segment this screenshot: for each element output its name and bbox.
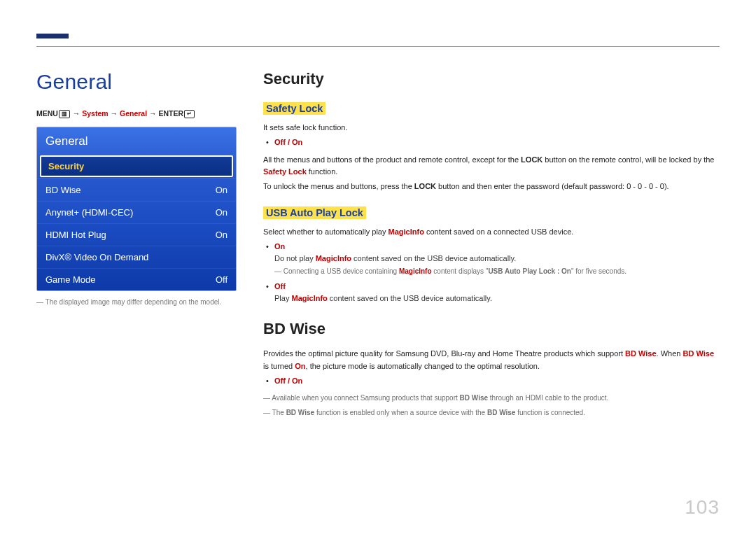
safety-lock-word: Safety Lock [263, 167, 307, 176]
text: Do not play [274, 254, 316, 262]
text: function. [307, 167, 338, 176]
breadcrumb: MENU▥ → System → General → ENTER↵ [36, 109, 237, 118]
text: content saved on a connected USB device. [424, 227, 573, 236]
text: function is connected. [515, 409, 585, 416]
breadcrumb-general: General [120, 109, 147, 118]
top-rule [36, 46, 720, 47]
osd-item-label: Anynet+ (HDMI-CEC) [46, 207, 133, 218]
option-off: Off [274, 282, 286, 290]
page-title: General [36, 70, 237, 94]
magicinfo-word: MagicInfo [388, 227, 424, 236]
magicinfo-word: MagicInfo [316, 254, 351, 262]
osd-footnote-text: The displayed image may differ depending… [46, 298, 222, 306]
osd-item-divx[interactable]: DivX® Video On Demand [37, 246, 236, 268]
osd-item-value: On [216, 207, 227, 218]
osd-item-label: HDMI Hot Plug [46, 230, 106, 240]
magicinfo-word: MagicInfo [399, 267, 432, 275]
option-on: On [274, 242, 285, 251]
page-number: 103 [685, 496, 720, 519]
osd-item-security[interactable]: Security [40, 155, 233, 177]
text: content displays " [432, 267, 489, 275]
breadcrumb-enter: ENTER [158, 109, 183, 118]
bdwise-word: BD Wise [487, 409, 515, 416]
osd-item-bdwise[interactable]: BD Wise On [37, 178, 236, 201]
text: The [272, 409, 286, 416]
bdwise-word: BD Wise [460, 394, 488, 402]
text: To unlock the menus and buttons, press t… [263, 182, 414, 190]
heading-bd-wise: BD Wise [263, 320, 720, 338]
usb-option-on: On Do not play MagicInfo content saved o… [266, 241, 720, 276]
osd-footnote: ― The displayed image may differ dependi… [36, 298, 237, 306]
text: through an HDMI cable to the product. [488, 394, 608, 402]
bdwise-word: BD Wise [682, 349, 714, 358]
breadcrumb-sep: → [147, 109, 158, 118]
bdwise-desc: Provides the optimal picture quality for… [263, 348, 720, 372]
on-word: On [295, 362, 305, 370]
option-off-on: Off / On [274, 377, 302, 385]
osd-item-value: Off [216, 274, 227, 285]
text: Select whether to automatically play [263, 227, 388, 236]
subheading-usb-auto-play-lock: USB Auto Play Lock [263, 206, 366, 219]
breadcrumb-system: System [82, 109, 108, 118]
breadcrumb-sep: → [108, 109, 120, 118]
lock-word: LOCK [521, 155, 542, 164]
bdwise-note2: ― The BD Wise function is enabled only w… [263, 407, 720, 418]
usb-note-string: USB Auto Play Lock : On [488, 267, 571, 275]
bdwise-word: BD Wise [286, 409, 314, 416]
text: button on the remote control, will be lo… [542, 155, 714, 164]
osd-item-label: Game Mode [46, 274, 96, 285]
chapter-mark [36, 34, 69, 38]
text: content saved on the USB device automati… [328, 294, 492, 302]
safety-lock-desc: It sets safe lock function. [263, 122, 720, 134]
text: Play [274, 294, 291, 302]
breadcrumb-sep: → [71, 109, 82, 118]
text: . When [657, 349, 683, 358]
heading-security: Security [263, 70, 720, 88]
bdwise-options: Off / On [266, 375, 720, 387]
osd-item-hdmi-hot-plug[interactable]: HDMI Hot Plug On [37, 223, 236, 246]
enter-icon: ↵ [184, 110, 195, 118]
text: content saved on the USB device automati… [351, 254, 516, 262]
text: Provides the optimal picture quality for… [263, 349, 625, 358]
text: All the menus and buttons of the product… [263, 155, 521, 164]
osd-item-value: On [216, 185, 227, 195]
lock-word: LOCK [414, 182, 436, 190]
usb-on-note: ― Connecting a USB device containing Mag… [274, 266, 720, 276]
safety-lock-options: Off / On [266, 136, 720, 148]
text: Connecting a USB device containing [284, 267, 399, 275]
bdwise-note1: ― Available when you connect Samsung pro… [263, 393, 720, 403]
menu-icon: ▥ [59, 110, 70, 118]
option-off-on: Off / On [274, 138, 302, 146]
text: is turned [263, 362, 295, 370]
breadcrumb-menu: MENU [36, 109, 58, 118]
bdwise-word: BD Wise [625, 349, 657, 358]
text: Available when you connect Samsung produ… [272, 394, 459, 402]
safety-lock-desc2: All the menus and buttons of the product… [263, 154, 720, 178]
osd-item-game-mode[interactable]: Game Mode Off [37, 268, 236, 290]
osd-title: General [37, 127, 236, 154]
osd-item-value: On [216, 230, 227, 240]
magicinfo-word: MagicInfo [291, 294, 327, 302]
osd-item-label: BD Wise [46, 185, 81, 195]
usb-desc: Select whether to automatically play Mag… [263, 226, 720, 238]
subheading-safety-lock: Safety Lock [263, 102, 326, 115]
osd-panel: General Security BD Wise On Anynet+ (HDM… [36, 127, 237, 291]
osd-item-label: DivX® Video On Demand [46, 252, 148, 262]
text: , the picture mode is automatically chan… [306, 362, 540, 370]
text: " for five seconds. [571, 267, 626, 275]
text: function is enabled only when a source d… [314, 409, 487, 416]
usb-option-off: Off Play MagicInfo content saved on the … [266, 281, 720, 304]
text: button and then enter the password (defa… [436, 182, 669, 190]
osd-item-anynet[interactable]: Anynet+ (HDMI-CEC) On [37, 201, 236, 223]
safety-lock-desc3: To unlock the menus and buttons, press t… [263, 181, 720, 192]
